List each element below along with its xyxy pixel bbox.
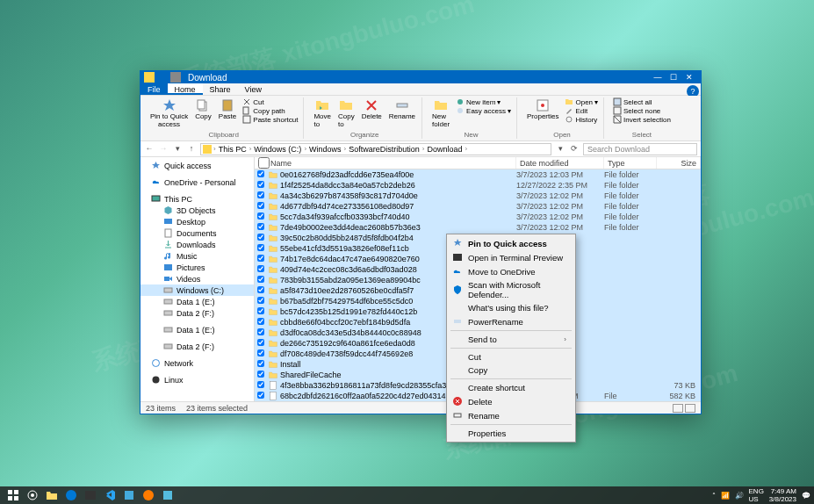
select-none-button[interactable]: Select none xyxy=(611,106,673,115)
notifications-icon[interactable]: 💬 xyxy=(802,492,810,500)
explorer-taskbar-icon[interactable] xyxy=(44,487,60,503)
column-checkbox[interactable] xyxy=(255,157,267,169)
open-button[interactable]: Open ▾ xyxy=(563,97,600,106)
file-name[interactable]: 5cc7da34f939afccfb03393bcf740d40 xyxy=(267,212,516,221)
maximize-button[interactable]: ☐ xyxy=(666,71,681,83)
tray-chevron-icon[interactable]: ˄ xyxy=(712,492,716,500)
back-button[interactable]: ← xyxy=(144,144,155,155)
sidebar-desktop[interactable]: Desktop xyxy=(140,216,254,227)
sidebar-videos[interactable]: Videos xyxy=(140,273,254,284)
file-row[interactable]: 4a34c3b6297b874358f93c817d704d0e3/7/2023… xyxy=(255,191,701,201)
row-checkbox[interactable] xyxy=(255,339,267,348)
column-size[interactable]: Size xyxy=(657,157,701,169)
recent-dropdown[interactable]: ▾ xyxy=(172,144,183,155)
file-name[interactable]: 4d677dbf94d74ce273356108ed80d97 xyxy=(267,202,516,211)
ctx-delete[interactable]: Delete xyxy=(447,394,575,408)
row-checkbox[interactable] xyxy=(255,212,267,221)
breadcrumb-segment[interactable]: Windows xyxy=(306,145,344,154)
ctx-rename[interactable]: Rename xyxy=(447,408,575,422)
row-checkbox[interactable] xyxy=(255,318,267,327)
row-checkbox[interactable] xyxy=(255,328,267,337)
sidebar-data1-e-2[interactable]: Data 1 (E:) xyxy=(140,324,254,335)
sidebar-data1-e[interactable]: Data 1 (E:) xyxy=(140,296,254,307)
row-checkbox[interactable] xyxy=(255,297,267,306)
close-button[interactable]: ✕ xyxy=(681,71,697,83)
sidebar-music[interactable]: Music xyxy=(140,250,254,262)
clock[interactable]: 7:49 AM3/8/2023 xyxy=(769,487,796,503)
file-name[interactable]: 4a34c3b6297b874358f93c817d704d0e xyxy=(267,191,516,200)
copy-path-button[interactable]: Copy path xyxy=(241,106,299,115)
sidebar-data2-f[interactable]: Data 2 (F:) xyxy=(140,307,254,319)
new-item-button[interactable]: New item ▾ xyxy=(454,97,513,106)
file-name[interactable]: 0e0162768f9d23adfcdd6e735ea4f00e xyxy=(267,170,516,179)
ctx-create-shortcut[interactable]: Create shortcut xyxy=(447,381,575,394)
sidebar-this-pc[interactable]: This PC xyxy=(140,193,254,205)
breadcrumb-segment[interactable]: This PC xyxy=(216,145,249,154)
ctx-scan-defender[interactable]: Scan with Microsoft Defender... xyxy=(447,278,575,301)
sidebar-onedrive[interactable]: OneDrive - Personal xyxy=(140,176,254,188)
file-name[interactable]: 1f4f25254da8dcc3a84e0a57cb2deb26 xyxy=(267,181,516,190)
row-checkbox[interactable] xyxy=(255,360,267,369)
breadcrumb[interactable]: › This PC› Windows (C:)› Windows› Softwa… xyxy=(200,143,551,155)
row-checkbox[interactable] xyxy=(255,381,267,390)
start-button[interactable] xyxy=(5,487,21,503)
ctx-open-terminal[interactable]: Open in Terminal Preview xyxy=(447,250,575,264)
language-indicator[interactable]: ENGUS xyxy=(749,487,764,503)
forward-button[interactable]: → xyxy=(158,144,169,155)
large-icons-view-button[interactable] xyxy=(685,404,695,413)
app-taskbar-icon[interactable] xyxy=(121,487,137,503)
invert-selection-button[interactable]: Invert selection xyxy=(611,115,673,124)
app2-taskbar-icon[interactable] xyxy=(160,487,176,503)
sidebar-network[interactable]: Network xyxy=(140,357,254,369)
ctx-powerrename[interactable]: PowerRename xyxy=(447,314,575,328)
row-checkbox[interactable] xyxy=(255,191,267,200)
sidebar-data2-f-2[interactable]: Data 2 (F:) xyxy=(140,341,254,352)
sidebar-quick-access[interactable]: Quick access xyxy=(140,160,254,171)
file-row[interactable]: 4d677dbf94d74ce273356108ed80d973/7/2023 … xyxy=(255,201,701,212)
sidebar-windows-c[interactable]: Windows (C:) xyxy=(140,284,254,296)
column-name[interactable]: Name xyxy=(267,157,516,169)
edit-button[interactable]: Edit xyxy=(563,106,600,115)
file-row[interactable]: 7de49b0002ee3dd4deac2608b57b36e33/7/2023… xyxy=(255,222,701,233)
copy-button[interactable]: Copy xyxy=(192,97,214,121)
file-row[interactable]: 5cc7da34f939afccfb03393bcf740d403/7/2023… xyxy=(255,212,701,222)
row-checkbox[interactable] xyxy=(255,307,267,316)
breadcrumb-segment[interactable]: SoftwareDistribution xyxy=(346,145,422,154)
row-checkbox[interactable] xyxy=(255,392,267,400)
details-view-button[interactable] xyxy=(673,404,683,413)
select-all-button[interactable]: Select all xyxy=(611,97,673,106)
copy-to-button[interactable]: Copy to xyxy=(335,97,357,129)
up-button[interactable]: ↑ xyxy=(186,144,197,155)
vscode-taskbar-icon[interactable] xyxy=(102,487,118,503)
sidebar-linux[interactable]: Linux xyxy=(140,374,254,385)
row-checkbox[interactable] xyxy=(255,202,267,211)
titlebar[interactable]: Download — ☐ ✕ xyxy=(140,71,701,83)
ctx-cut[interactable]: Cut xyxy=(447,350,575,364)
sidebar-downloads[interactable]: Downloads xyxy=(140,239,254,250)
row-checkbox[interactable] xyxy=(255,349,267,358)
row-checkbox[interactable] xyxy=(255,223,267,232)
address-dropdown[interactable]: ▾ xyxy=(555,144,565,155)
column-type[interactable]: Type xyxy=(604,157,657,169)
ctx-move-onedrive[interactable]: Move to OneDrive xyxy=(447,264,575,278)
pin-quick-access-button[interactable]: Pin to Quick access xyxy=(148,97,191,129)
row-checkbox[interactable] xyxy=(255,255,267,263)
tray-wifi-icon[interactable]: 📶 xyxy=(721,492,730,500)
tab-home[interactable]: Home xyxy=(168,83,203,95)
history-button[interactable]: History xyxy=(563,115,600,124)
search-input[interactable]: Search Download xyxy=(583,143,697,155)
taskbar[interactable]: ˄ 📶 🔊 ENGUS 7:49 AM3/8/2023 💬 xyxy=(0,486,814,504)
sidebar-3d-objects[interactable]: 3D Objects xyxy=(140,205,254,216)
delete-button[interactable]: Delete xyxy=(359,97,385,121)
ctx-properties[interactable]: Properties xyxy=(447,427,575,440)
ctx-whats-using[interactable]: What's using this file? xyxy=(447,301,575,314)
row-checkbox[interactable] xyxy=(255,170,267,179)
settings-icon[interactable] xyxy=(25,487,40,503)
tab-share[interactable]: Share xyxy=(203,83,238,95)
new-folder-button[interactable]: New folder xyxy=(429,97,452,129)
row-checkbox[interactable] xyxy=(255,286,267,295)
sidebar-documents[interactable]: Documents xyxy=(140,227,254,239)
cut-button[interactable]: Cut xyxy=(241,97,299,106)
qat-icon[interactable] xyxy=(157,72,168,83)
rename-button[interactable]: Rename xyxy=(386,97,418,121)
